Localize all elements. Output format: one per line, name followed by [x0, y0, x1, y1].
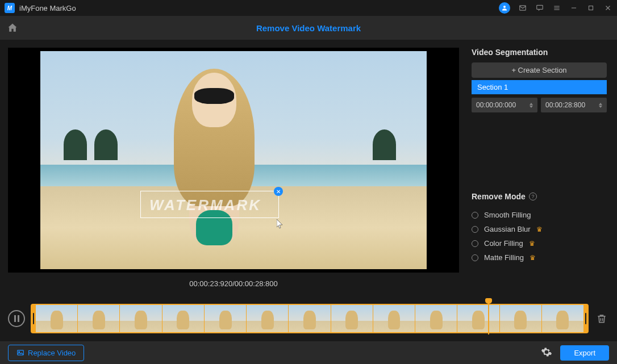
create-section-button[interactable]: + Create Section [472, 62, 607, 78]
section-item[interactable]: Section 1 [472, 80, 607, 94]
playhead[interactable] [488, 300, 489, 334]
plus-icon: + [511, 66, 516, 74]
segmentation-title: Video Segmentation [472, 48, 607, 57]
cursor-icon [277, 219, 284, 229]
timeline-thumbnail [247, 305, 288, 332]
pause-icon [14, 315, 19, 322]
start-time-value: 00:00:00:000 [476, 101, 516, 109]
minimize-icon[interactable] [569, 3, 578, 12]
mode-label: Gaussian Blur [484, 225, 531, 233]
timeline-thumbnail [500, 305, 541, 332]
mode-gaussian-blur[interactable]: Gaussian Blur ♛ [472, 222, 607, 236]
preview-pane: WATERMARK ✕ 00:00:23:920/00:00:28:800 [0, 40, 467, 296]
timeline-thumbnail [373, 305, 415, 332]
home-button[interactable] [0, 22, 25, 34]
footer: Replace Video Export [0, 341, 617, 364]
header-bar: Remove Video Watermark [0, 16, 617, 40]
crown-icon: ♛ [536, 225, 543, 233]
app-logo: M [5, 3, 15, 13]
video-preview[interactable]: WATERMARK ✕ [8, 48, 459, 273]
replace-video-button[interactable]: Replace Video [8, 345, 84, 361]
timeline-track[interactable] [31, 304, 589, 333]
timeline-thumbnail [542, 305, 583, 332]
section-start-time-input[interactable]: 00:00:00:000 [472, 98, 537, 112]
mode-color-filling[interactable]: Color Filling ♛ [472, 236, 607, 250]
svg-rect-2 [537, 5, 543, 9]
mode-matte-filling[interactable]: Matte Filling ♛ [472, 250, 607, 265]
section-end-time-input[interactable]: 00:00:28:800 [541, 98, 607, 112]
app-title: iMyFone MarkGo [19, 4, 76, 12]
export-label: Export [574, 349, 595, 357]
timeline [0, 296, 617, 341]
timeline-thumbnail [331, 305, 373, 332]
play-pause-button[interactable] [8, 310, 25, 327]
mode-label: Color Filling [484, 239, 523, 248]
spinner-up-icon[interactable] [599, 103, 602, 105]
timeline-thumbnail [457, 305, 499, 332]
maximize-icon[interactable] [586, 3, 595, 12]
spinner-down-icon[interactable] [599, 106, 602, 108]
timeline-thumbnail [36, 305, 77, 332]
radio-icon [472, 226, 478, 233]
trim-handle-right[interactable] [584, 305, 587, 332]
timeline-thumbnail [415, 305, 457, 332]
end-time-value: 00:00:28:800 [545, 101, 585, 109]
svg-point-0 [503, 6, 506, 8]
close-icon[interactable] [603, 3, 612, 12]
trim-handle-left[interactable] [32, 305, 35, 332]
menu-icon[interactable] [552, 3, 561, 12]
watermark-overlay-text: WATERMARK [149, 196, 261, 214]
selection-close-button[interactable]: ✕ [274, 187, 283, 196]
mode-label: Smooth Filling [484, 211, 531, 219]
time-display: 00:00:23:920/00:00:28:800 [8, 273, 459, 288]
mode-smooth-filling[interactable]: Smooth Filling [472, 208, 607, 222]
feedback-icon[interactable] [535, 3, 544, 12]
radio-icon [472, 212, 478, 219]
radio-icon [472, 240, 478, 247]
titlebar: M iMyFone MarkGo [0, 0, 617, 16]
timeline-thumbnail [120, 305, 161, 332]
side-panel: Video Segmentation + Create Section Sect… [467, 40, 617, 296]
timeline-thumbnail [205, 305, 246, 332]
page-title: Remove Video Watermark [256, 23, 361, 33]
delete-button[interactable] [594, 311, 609, 326]
user-account-icon[interactable] [499, 2, 510, 14]
radio-icon [472, 254, 478, 261]
remove-mode-title: Remove Mode [472, 192, 526, 201]
timeline-thumbnail [78, 305, 119, 332]
settings-button[interactable] [541, 346, 552, 359]
spinner-up-icon[interactable] [530, 103, 533, 105]
mail-icon[interactable] [518, 3, 527, 12]
help-icon[interactable]: ? [529, 193, 537, 200]
replace-video-label: Replace Video [28, 349, 76, 357]
create-section-label: Create Section [518, 66, 567, 74]
mode-label: Matte Filling [484, 253, 524, 262]
export-button[interactable]: Export [560, 345, 609, 361]
crown-icon: ♛ [530, 254, 536, 262]
timeline-thumbnail [289, 305, 330, 332]
spinner-down-icon[interactable] [530, 106, 533, 108]
crown-icon: ♛ [529, 240, 535, 248]
timeline-thumbnail [162, 305, 204, 332]
svg-rect-7 [589, 6, 593, 10]
